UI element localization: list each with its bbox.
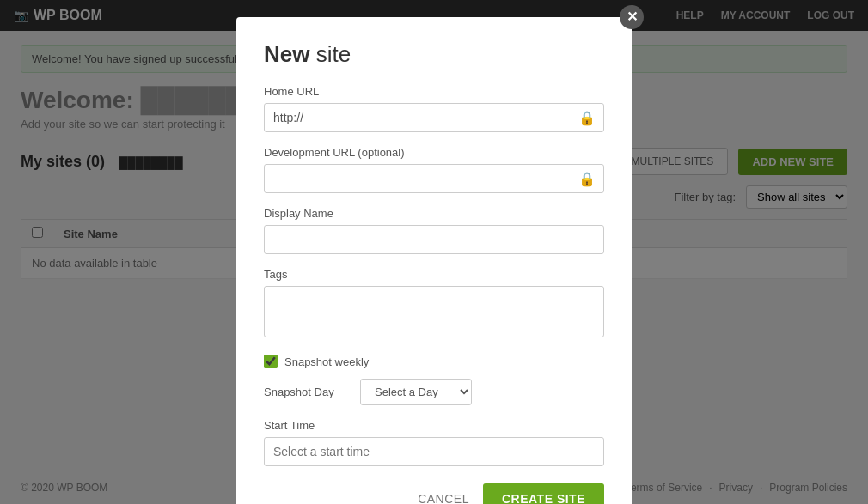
home-url-label: Home URL: [264, 85, 604, 98]
modal-title: New site: [264, 41, 604, 68]
start-time-input[interactable]: [264, 437, 604, 466]
create-site-button[interactable]: CREATE SITE: [483, 483, 604, 504]
dev-url-input[interactable]: [264, 164, 604, 193]
lock-icon-dev: 🔒: [578, 171, 596, 187]
display-name-group: Display Name: [264, 207, 604, 254]
home-url-input[interactable]: [264, 103, 604, 132]
modal-footer: CANCEL CREATE SITE: [264, 483, 604, 504]
start-time-group: Start Time: [264, 419, 604, 466]
display-name-label: Display Name: [264, 207, 604, 220]
snapshot-weekly-checkbox[interactable]: [264, 355, 278, 368]
tags-group: Tags: [264, 268, 604, 341]
dev-url-label: Development URL (optional): [264, 146, 604, 159]
new-site-modal: ✕ New site Home URL 🔒 Development URL (o…: [236, 17, 632, 504]
snapshot-day-row: Snapshot Day Select a Day Monday Tuesday…: [264, 379, 604, 405]
tags-input[interactable]: [264, 286, 604, 337]
lock-icon: 🔒: [578, 110, 596, 126]
snapshot-weekly-label: Snapshot weekly: [284, 355, 369, 368]
snapshot-day-select[interactable]: Select a Day Monday Tuesday Wednesday Th…: [360, 379, 472, 405]
snapshot-day-label: Snapshot Day: [264, 386, 350, 398]
start-time-label: Start Time: [264, 419, 604, 432]
display-name-input[interactable]: [264, 225, 604, 254]
tags-label: Tags: [264, 268, 604, 281]
home-url-group: Home URL 🔒: [264, 85, 604, 132]
home-url-input-wrapper: 🔒: [264, 103, 604, 132]
cancel-button[interactable]: CANCEL: [418, 492, 469, 504]
close-button[interactable]: ✕: [620, 5, 644, 29]
dev-url-group: Development URL (optional) 🔒: [264, 146, 604, 193]
modal-overlay: ✕ New site Home URL 🔒 Development URL (o…: [0, 0, 868, 504]
dev-url-input-wrapper: 🔒: [264, 164, 604, 193]
snapshot-weekly-row: Snapshot weekly: [264, 355, 604, 368]
